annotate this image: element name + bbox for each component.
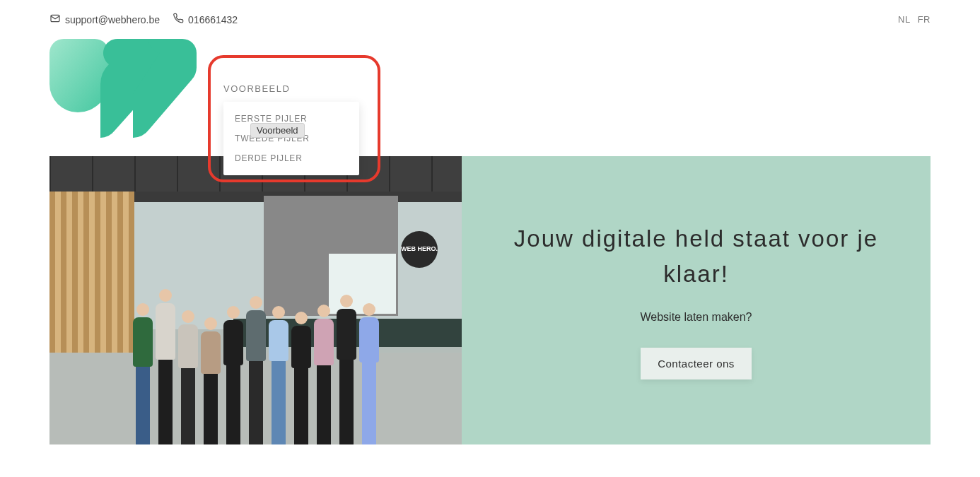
hero-section: WEB HERO. Jouw digitale held staat voor …: [49, 156, 931, 444]
contact-button[interactable]: Contacteer ons: [641, 348, 752, 379]
top-bar: support@webhero.be 016661432 NL FR: [49, 0, 931, 26]
phone-icon: [173, 13, 184, 26]
hero-content: Jouw digitale held staat voor je klaar! …: [462, 156, 931, 444]
language-switcher: NL FR: [898, 14, 931, 25]
email-link[interactable]: support@webhero.be: [49, 13, 160, 26]
main-menu: VOORBEELD EERSTE PIJLER TWEEDE PIJLER DE…: [223, 83, 290, 94]
phone-text: 016661432: [188, 14, 238, 25]
nav-dropdown: EERSTE PIJLER TWEEDE PIJLER DERDE PIJLER…: [223, 102, 359, 175]
lang-fr[interactable]: FR: [918, 14, 931, 25]
lang-nl[interactable]: NL: [898, 14, 911, 25]
tooltip: Voorbeeld: [250, 123, 305, 138]
nav-item-voorbeeld[interactable]: VOORBEELD: [223, 83, 290, 94]
nav-row: VOORBEELD EERSTE PIJLER TWEEDE PIJLER DE…: [49, 39, 931, 138]
hero-image: WEB HERO.: [49, 156, 462, 444]
mail-icon: [49, 13, 61, 26]
hero-subline: Website laten maken?: [640, 311, 752, 324]
hero-headline: Jouw digitale held staat voor je klaar!: [490, 221, 902, 291]
dropdown-item-3[interactable]: DERDE PIJLER: [223, 148, 359, 168]
email-text: support@webhero.be: [65, 14, 160, 25]
phone-link[interactable]: 016661432: [173, 13, 238, 26]
logo[interactable]: [49, 39, 197, 138]
